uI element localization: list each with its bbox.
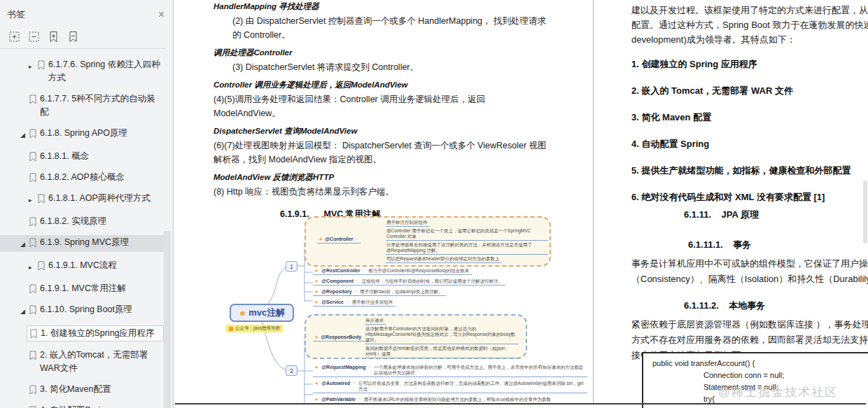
bookmark-item[interactable]: ▸ 6.1.9.1. MVC流程 <box>0 258 164 275</box>
expand-arrow-icon[interactable]: ▸ <box>29 58 37 73</box>
bookmarks-panel-header: 书签 × <box>0 0 173 27</box>
bookmark-item[interactable]: ▸ 6.1.8.1. AOP两种代理方式 <box>0 191 164 208</box>
bookmark-icon <box>29 94 37 104</box>
bookmark-item-label: 6.1.8. Spring APO原理 <box>40 127 164 140</box>
collapse-all-icon[interactable] <box>28 31 40 43</box>
star-icon: ★ <box>314 300 318 304</box>
expand-arrow-icon[interactable]: ◢ <box>20 303 29 318</box>
expand-arrow-icon[interactable]: ▸ <box>29 192 37 207</box>
code-line: Connection conn = null; <box>652 370 868 381</box>
star-icon: ★ <box>314 365 318 370</box>
doc-line: 建以及开发过程。该框架使用了特定的方式来进行配置，从而使开发 <box>631 3 868 17</box>
star-icon: ★ <box>314 279 318 283</box>
page-boundary <box>593 0 594 405</box>
bookmark-icon <box>29 305 37 315</box>
mindmap-note: 可以把Request请求header部分的值绑定到方法的参数上 <box>386 256 501 263</box>
doc-heading: ModelAndView 反馈浏览器HTTP <box>214 172 554 182</box>
code-line: conn = getDataSource().getConnection(); <box>652 405 868 408</box>
mindmap-note: 该注解用于将Controller的方法返回的对象，通过适当的HttpMessag… <box>365 326 519 344</box>
collapse-dot-icon: ○ <box>356 237 358 241</box>
bookmark-item[interactable]: 6.1.8.2. AOP核心概念 <box>0 170 164 185</box>
star-icon: ★ <box>318 237 323 241</box>
bookmark-item-label: 6.1.10. Spring Boot原理 <box>40 303 164 316</box>
mvc-annotations-mindmap: ★ @Controller ○ 用于标注控制层组件 @Controller 用于… <box>226 212 593 407</box>
document-text: 建以及开发过程。该框架使用了特定的方式来进行配置，从而使开发 配置。通过这种方式… <box>594 0 868 363</box>
expand-arrow-icon[interactable]: ▸ <box>29 259 37 274</box>
section-heading-jpa: 6.1.11. JPA 原理 <box>631 209 868 221</box>
sidebar-scrollbar[interactable] <box>163 0 172 408</box>
bookmark-item[interactable]: 6.1.8.2. 实现原理 <box>0 214 164 229</box>
sidebar-scrollbar-thumb[interactable] <box>164 231 171 408</box>
bookmark-item[interactable]: ◢ 6.1.9. Spring MVC原理 <box>0 235 164 252</box>
star-icon: ★ <box>314 381 318 386</box>
doc-heading: DispatcherServlet 查询ModelAndView <box>214 126 554 136</box>
mindmap-note: 分发处理器将会扫描使用了该注解的类的方法，并检测该方法是否使用了@Request… <box>386 242 548 255</box>
mindmap-annotation-row: ★ @Autowired ○ 它可以对类成员变量、方法及构造函数进行标注，完成自… <box>313 381 587 393</box>
bookmark-item-label: 6.1.7.6. Spring 依赖注入四种方式 <box>48 58 164 85</box>
bookmark-item[interactable]: 6.1.9.1. MVC常用注解 <box>0 281 164 296</box>
remove-bookmark-icon[interactable] <box>67 31 79 43</box>
bookmark-item-label: 6.1.8.2. 实现原理 <box>40 215 164 228</box>
bookmark-item-label: 6.1.8.1. 概念 <box>40 150 164 163</box>
collapse-dot-icon: ○ <box>355 289 358 293</box>
bookmark-item-label: 1. 创建独立的Spring应用程序 <box>41 327 163 340</box>
document-scrollbar[interactable] <box>862 0 868 408</box>
bookmark-item[interactable]: ▸ 6.1.7.6. Spring 依赖注入四种方式 <box>0 57 164 85</box>
mindmap-annotation-row: ★ @Component ○ 泛指组件，当组件不好归类的时候，我们可以使用这个注… <box>313 279 505 286</box>
doc-line: 事务是计算机应用中不可或缺的组件模型，它保证了用户操作的原 <box>631 257 868 271</box>
bookmark-item-label: 2. 嵌入的Tomcat，无需部署WAR文件 <box>40 349 164 375</box>
mindmap-root-node: ☻ mvc注解 <box>230 304 294 322</box>
document-scrollbar-thumb[interactable] <box>863 181 867 244</box>
collapse-dot-icon: ○ <box>346 300 349 304</box>
branch-badge-1: 1 <box>286 261 298 272</box>
expand-all-icon[interactable] <box>8 31 20 43</box>
collapse-dot-icon: ○ <box>358 397 361 401</box>
bookmark-item[interactable]: 6.1.8.1. 概念 <box>0 149 164 164</box>
doc-line: （Consistency）、隔离性（Isolation）和持久性（Durabil… <box>631 272 868 286</box>
doc-line: development)成为领导者。其特点如下： <box>631 32 868 47</box>
section-heading-local-transaction: 6.1.11.2. 本地事务 <box>631 300 868 312</box>
mindmap-note: 异步请求 <box>365 318 386 325</box>
bookmark-item[interactable]: 3. 简化Maven配置 <box>0 382 164 397</box>
bookmark-icon <box>29 284 37 294</box>
mindmap-node-controller: ★ @Controller ○ <box>317 236 360 244</box>
bookmark-icon <box>29 217 37 227</box>
bookmark-item-label: 6.1.9. Spring MVC原理 <box>40 236 164 249</box>
doc-heading: Controller 调用业务逻辑处理后，返回ModelAndView <box>214 80 554 90</box>
doc-line: 配置。通过这种方式，Spring Boot 致力于在蓬勃发展的快速应用 <box>631 17 868 32</box>
bookmark-item[interactable]: ◢ 6.1.8. Spring APO原理 <box>0 126 164 143</box>
spring-boot-feature: 3. 简化 Maven 配置 <box>631 111 868 124</box>
expand-arrow-icon[interactable]: ◢ <box>20 236 29 251</box>
doc-line: 方式不存在对应用服务器的依赖，因而部署灵活却无法支持多数据 <box>631 333 868 347</box>
annotation-rows-group-1: ★ @RestController ○ 相当于@Controller和@Resp… <box>313 268 505 310</box>
collapse-dot-icon: ○ <box>356 279 359 283</box>
bookmark-item-label: 3. 简化Maven配置 <box>40 383 164 396</box>
bookmark-item[interactable]: ◢ 6.1.10. Spring Boot原理 <box>0 302 164 319</box>
page-bottom-edge <box>175 403 866 405</box>
spring-boot-feature: 6. 绝对没有代码生成和对 XML 没有要求配置 [1] <box>631 191 868 204</box>
bookmark-item[interactable]: 6.1.7.7. 5种不同方式的自动装配 <box>0 92 164 120</box>
bookmark-item[interactable]: 4. 自动配置Spring <box>0 403 164 408</box>
bookmark-icon <box>37 261 46 271</box>
mindmap-node-responsebody: ★ @ResponseBody ○ <box>313 334 369 342</box>
tag-icon <box>229 327 233 331</box>
responsebody-cloud: ★ @ResponseBody ○ 异步请求 该注解用于将Controller的… <box>304 314 527 359</box>
bookmark-item-label: 6.1.8.1. AOP两种代理方式 <box>48 192 164 205</box>
document-view: HandlerMapping 寻找处理器 (2) 由 DispatcherSer… <box>174 0 868 408</box>
mindmap-annotation-row: ★ @RequestMapping ○ 一个用来处理请求地址映射的注解，可用于类… <box>313 365 587 377</box>
bookmark-icon <box>29 385 37 395</box>
bookmark-item-label: 6.1.9.1. MVC常用注解 <box>40 282 164 295</box>
pdf-page-right: 建以及开发过程。该框架使用了特定的方式来进行配置，从而使开发 配置。通过这种方式… <box>594 0 868 408</box>
doc-line: 紧密依赖于底层资源管理器（例如数据库连接 ），事务处理局限在当 <box>631 318 868 332</box>
mindmap-annotation-row: ★ @Service ○ 用于标注业务层组件 <box>313 300 396 307</box>
bookmark-icon <box>29 351 37 360</box>
expand-arrow-icon[interactable]: ◢ <box>20 127 29 142</box>
spring-boot-feature: 4. 自动配置 Spring <box>631 138 868 150</box>
branch-badge-2: 2 <box>286 365 298 376</box>
bookmark-icon <box>37 194 46 204</box>
add-bookmark-icon[interactable] <box>48 31 59 43</box>
bookmark-icon <box>29 329 38 339</box>
bookmark-item[interactable]: 2. 嵌入的Tomcat，无需部署WAR文件 <box>0 348 164 376</box>
bookmark-item[interactable]: 1. 创建独立的Spring应用程序 <box>27 325 164 342</box>
bookmark-item-label: 6.1.7.7. 5种不同方式的自动装配 <box>40 92 164 119</box>
